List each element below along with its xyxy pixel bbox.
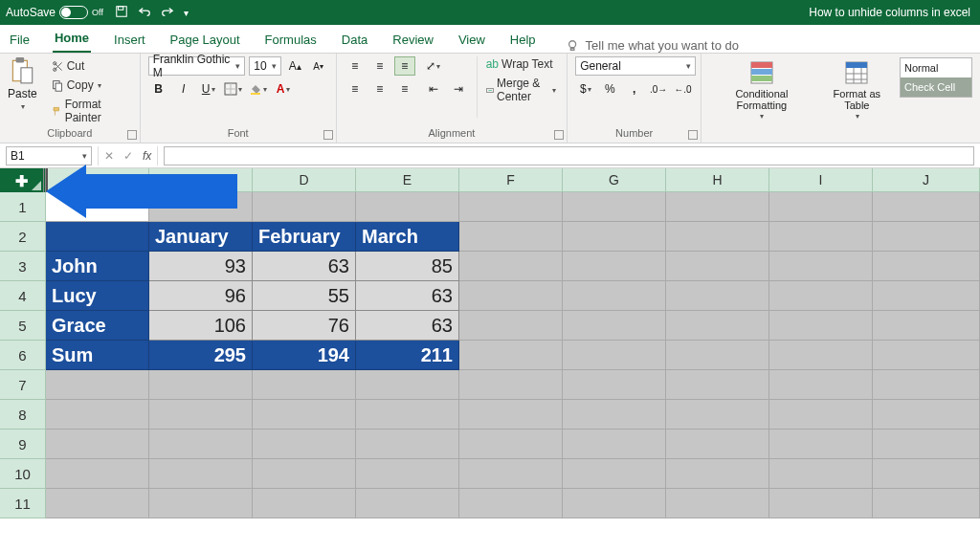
col-header-g[interactable]: G [563, 168, 666, 192]
cell[interactable] [459, 489, 563, 518]
table-cell[interactable]: 96 [149, 281, 253, 311]
tab-help[interactable]: Help [508, 27, 538, 53]
cell[interactable] [563, 252, 666, 281]
cell[interactable] [149, 430, 253, 459]
cell[interactable] [769, 281, 873, 311]
cell[interactable] [149, 489, 253, 518]
table-cell[interactable]: 106 [149, 311, 253, 341]
cell[interactable] [666, 459, 769, 489]
table-rowname[interactable]: Grace [46, 311, 149, 341]
cell[interactable] [459, 311, 563, 341]
cell[interactable] [253, 489, 356, 518]
format-as-table-button[interactable]: Format as Table▾ [818, 57, 896, 123]
table-corner[interactable] [46, 222, 149, 252]
qat-customize-icon[interactable]: ▾ [184, 8, 189, 18]
undo-icon[interactable] [138, 5, 151, 21]
redo-icon[interactable] [161, 5, 174, 21]
increase-font-icon[interactable]: A▴ [285, 56, 304, 76]
align-right-icon[interactable]: ≡ [394, 79, 415, 99]
table-sum-label[interactable]: Sum [46, 341, 149, 370]
cell[interactable] [253, 430, 356, 459]
increase-indent-icon[interactable]: ⇥ [448, 79, 469, 99]
cell[interactable] [563, 370, 666, 400]
cell[interactable] [666, 252, 769, 281]
cell[interactable] [459, 281, 563, 311]
font-size-combo[interactable]: 10▾ [249, 56, 281, 76]
row-header-9[interactable]: 9 [0, 430, 46, 459]
tab-formulas[interactable]: Formulas [263, 27, 319, 53]
comma-format-icon[interactable]: , [624, 79, 644, 99]
cell[interactable] [873, 489, 980, 518]
row-header-1[interactable]: 1 [0, 192, 46, 222]
worksheet[interactable]: ✚ D E F G H I J 1 2 [0, 168, 980, 518]
cell[interactable] [666, 430, 769, 459]
table-sum-cell[interactable]: 295 [149, 341, 253, 370]
cell[interactable] [253, 370, 356, 400]
font-dialog-launcher[interactable] [323, 130, 333, 140]
table-cell[interactable]: 63 [253, 252, 356, 281]
col-header-h[interactable]: H [666, 168, 769, 192]
table-header[interactable]: March [356, 222, 459, 252]
row-header-8[interactable]: 8 [0, 400, 46, 430]
row-header-2[interactable]: 2 [0, 222, 46, 252]
cell[interactable] [873, 341, 980, 370]
cell[interactable] [563, 400, 666, 430]
cell[interactable] [769, 489, 873, 518]
paste-button[interactable]: Paste ▾ [8, 56, 43, 111]
cell[interactable] [149, 400, 253, 430]
table-rowname[interactable]: Lucy [46, 281, 149, 311]
cell[interactable] [769, 252, 873, 281]
table-cell[interactable]: 63 [356, 311, 459, 341]
borders-button[interactable]: ▾ [223, 79, 244, 99]
style-check-cell[interactable]: Check Cell [901, 77, 971, 97]
decrease-indent-icon[interactable]: ⇤ [423, 79, 444, 99]
chevron-down-icon[interactable]: ▾ [21, 102, 25, 111]
cell[interactable] [459, 370, 563, 400]
cell[interactable] [666, 311, 769, 341]
cell[interactable] [253, 400, 356, 430]
percent-format-icon[interactable]: % [600, 79, 620, 99]
style-normal[interactable]: Normal [901, 58, 971, 77]
table-cell[interactable]: 85 [356, 252, 459, 281]
fx-icon[interactable]: fx [143, 149, 151, 163]
cell[interactable] [563, 281, 666, 311]
table-sum-cell[interactable]: 194 [253, 341, 356, 370]
align-center-icon[interactable]: ≡ [369, 79, 390, 99]
table-cell[interactable]: 76 [253, 311, 356, 341]
cut-button[interactable]: Cut [49, 58, 132, 74]
tab-home[interactable]: Home [53, 25, 91, 53]
row-header-6[interactable]: 6 [0, 341, 46, 370]
cell[interactable] [46, 370, 149, 400]
cell[interactable] [769, 222, 873, 252]
conditional-formatting-button[interactable]: Conditional Formatting▾ [709, 57, 814, 123]
cell[interactable] [459, 400, 563, 430]
cell[interactable] [873, 400, 980, 430]
cell[interactable] [46, 489, 149, 518]
col-header-j[interactable]: J [873, 168, 980, 192]
row-header-10[interactable]: 10 [0, 459, 46, 489]
cell[interactable] [769, 341, 873, 370]
cell[interactable] [563, 341, 666, 370]
cell[interactable] [563, 311, 666, 341]
formula-bar[interactable] [164, 146, 974, 165]
table-header[interactable]: January [149, 222, 253, 252]
number-format-combo[interactable]: General▾ [575, 56, 696, 76]
row-header-4[interactable]: 4 [0, 281, 46, 311]
cell[interactable] [563, 459, 666, 489]
cell[interactable] [873, 222, 980, 252]
col-header-e[interactable]: E [356, 168, 459, 192]
table-header[interactable]: February [253, 222, 356, 252]
cell[interactable] [769, 400, 873, 430]
underline-button[interactable]: U▾ [198, 79, 219, 99]
toggle-off-icon[interactable] [59, 6, 88, 19]
cell[interactable] [769, 192, 873, 222]
copy-button[interactable]: Copy▾ [49, 77, 132, 93]
cell[interactable] [563, 222, 666, 252]
font-color-button[interactable]: A▾ [273, 79, 294, 99]
row-header-11[interactable]: 11 [0, 489, 46, 518]
row-header-7[interactable]: 7 [0, 370, 46, 400]
bold-button[interactable]: B [148, 79, 169, 99]
cell[interactable] [459, 430, 563, 459]
cell-styles-gallery[interactable]: Normal Check Cell [900, 57, 972, 98]
tab-pagelayout[interactable]: Page Layout [168, 27, 242, 53]
